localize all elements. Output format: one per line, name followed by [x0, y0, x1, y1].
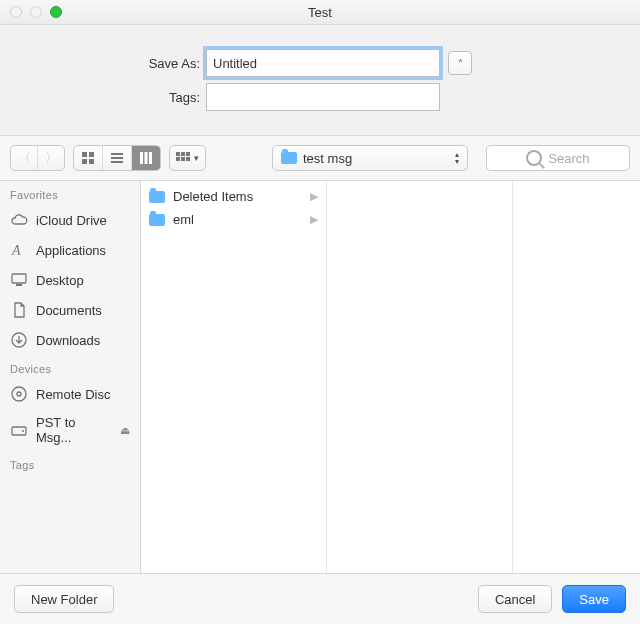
drive-icon — [10, 421, 28, 439]
svg-rect-7 — [140, 152, 143, 164]
cloud-icon — [10, 211, 28, 229]
nav-back-button[interactable]: 〈 — [11, 146, 37, 170]
column-2 — [327, 181, 513, 573]
documents-icon — [10, 301, 28, 319]
folder-label: eml — [173, 212, 194, 227]
arrange-icon — [176, 152, 190, 164]
svg-rect-1 — [89, 152, 94, 157]
svg-rect-5 — [111, 157, 123, 159]
view-columns-button[interactable] — [131, 146, 160, 170]
sidebar-item-label: iCloud Drive — [36, 213, 107, 228]
chevron-right-icon: ▶ — [310, 213, 318, 226]
downloads-icon — [10, 331, 28, 349]
svg-rect-0 — [82, 152, 87, 157]
svg-text:A: A — [11, 243, 21, 258]
sidebar-item-label: PST to Msg... — [36, 415, 112, 445]
svg-rect-4 — [111, 153, 123, 155]
svg-point-23 — [22, 430, 24, 432]
view-icons-button[interactable] — [74, 146, 102, 170]
collapse-toggle[interactable]: ˄ — [448, 51, 472, 75]
svg-rect-8 — [145, 152, 148, 164]
sidebar-item-documents[interactable]: Documents — [0, 295, 140, 325]
folder-label: Deleted Items — [173, 189, 253, 204]
new-folder-button[interactable]: New Folder — [14, 585, 114, 613]
path-stepper-icon: ▴▾ — [455, 151, 459, 165]
chevron-right-icon: ▶ — [310, 190, 318, 203]
arrange-button[interactable]: ▾ — [169, 145, 206, 171]
svg-rect-12 — [186, 152, 190, 156]
svg-rect-2 — [82, 159, 87, 164]
save-button[interactable]: Save — [562, 585, 626, 613]
sidebar-item-pst-to-msg[interactable]: PST to Msg... ⏏ — [0, 409, 140, 451]
svg-rect-11 — [181, 152, 185, 156]
columns-icon — [139, 151, 153, 165]
applications-icon: A — [10, 241, 28, 259]
sidebar-header-devices: Devices — [0, 355, 140, 379]
tags-label: Tags: — [0, 90, 206, 105]
sidebar-item-remote-disc[interactable]: Remote Disc — [0, 379, 140, 409]
saveas-label: Save As: — [0, 56, 206, 71]
browser-body: Favorites iCloud Drive A Applications De… — [0, 181, 640, 573]
column-1: Deleted Items ▶ eml ▶ — [141, 181, 327, 573]
tags-input[interactable] — [206, 83, 440, 111]
grid-icon — [81, 151, 95, 165]
search-field[interactable]: Search — [486, 145, 630, 171]
svg-rect-13 — [176, 157, 180, 161]
saveas-input[interactable] — [206, 49, 440, 77]
save-form: Save As: ˄ Tags: — [0, 25, 640, 136]
svg-rect-17 — [12, 274, 26, 283]
folder-icon — [149, 214, 165, 226]
titlebar: Test — [0, 0, 640, 25]
sidebar-item-downloads[interactable]: Downloads — [0, 325, 140, 355]
svg-rect-3 — [89, 159, 94, 164]
view-list-button[interactable] — [102, 146, 131, 170]
svg-rect-10 — [176, 152, 180, 156]
folder-item-deleted[interactable]: Deleted Items ▶ — [141, 185, 326, 208]
search-icon — [526, 150, 542, 166]
svg-rect-18 — [16, 284, 22, 286]
desktop-icon — [10, 271, 28, 289]
sidebar-item-label: Documents — [36, 303, 102, 318]
list-icon — [110, 151, 124, 165]
svg-rect-15 — [186, 157, 190, 161]
nav-forward-button[interactable]: 〉 — [37, 146, 64, 170]
svg-rect-9 — [149, 152, 152, 164]
chevron-up-icon: ˄ — [458, 58, 463, 69]
toolbar: 〈 〉 ▾ test msg ▴▾ Search — [0, 136, 640, 181]
svg-rect-6 — [111, 161, 123, 163]
eject-icon[interactable]: ⏏ — [120, 424, 130, 437]
sidebar-item-applications[interactable]: A Applications — [0, 235, 140, 265]
sidebar-item-desktop[interactable]: Desktop — [0, 265, 140, 295]
search-placeholder: Search — [548, 151, 589, 166]
path-label: test msg — [303, 151, 352, 166]
footer: New Folder Cancel Save — [0, 573, 640, 624]
sidebar-header-tags: Tags — [0, 451, 140, 475]
folder-icon — [149, 191, 165, 203]
sidebar-item-label: Applications — [36, 243, 106, 258]
chevron-right-icon: 〉 — [45, 149, 58, 167]
view-segment — [73, 145, 161, 171]
chevron-left-icon: 〈 — [18, 149, 31, 167]
sidebar-item-label: Downloads — [36, 333, 100, 348]
sidebar: Favorites iCloud Drive A Applications De… — [0, 181, 141, 573]
disc-icon — [10, 385, 28, 403]
folder-icon — [281, 152, 297, 164]
sidebar-header-favorites: Favorites — [0, 181, 140, 205]
svg-point-20 — [12, 387, 26, 401]
svg-rect-14 — [181, 157, 185, 161]
sidebar-item-label: Desktop — [36, 273, 84, 288]
folder-item-eml[interactable]: eml ▶ — [141, 208, 326, 231]
sidebar-item-icloud[interactable]: iCloud Drive — [0, 205, 140, 235]
window-title: Test — [0, 5, 640, 20]
svg-point-21 — [17, 392, 21, 396]
path-control[interactable]: test msg ▴▾ — [272, 145, 468, 171]
sidebar-item-label: Remote Disc — [36, 387, 110, 402]
cancel-button[interactable]: Cancel — [478, 585, 552, 613]
chevron-down-icon: ▾ — [194, 153, 199, 163]
nav-segment: 〈 〉 — [10, 145, 65, 171]
